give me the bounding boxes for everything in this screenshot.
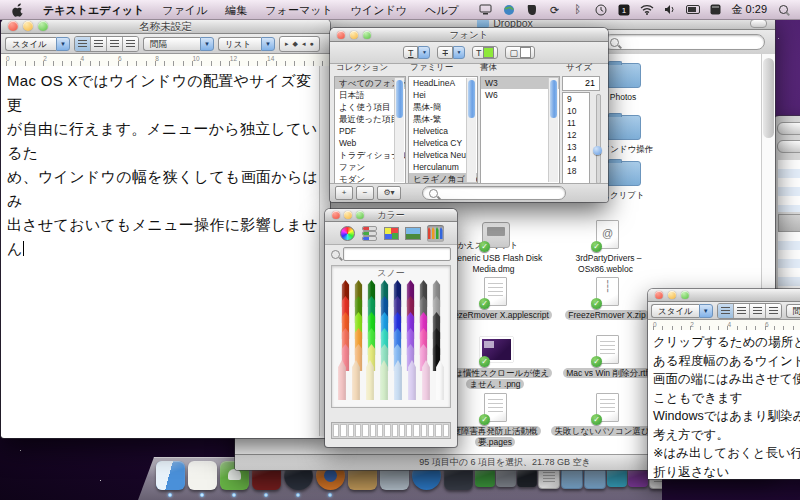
color-wheel-icon[interactable]	[339, 225, 356, 242]
color-panel-titlebar[interactable]: カラー	[325, 209, 457, 222]
size-item[interactable]: 11	[563, 117, 589, 129]
file-item[interactable]: ✓	[478, 220, 512, 250]
style-dropdown[interactable]: スタイル▼	[5, 37, 70, 51]
crayon[interactable]	[378, 360, 391, 400]
zoom-button[interactable]	[363, 31, 371, 39]
calendar-icon[interactable]	[709, 3, 723, 17]
zoom-button[interactable]	[356, 211, 364, 219]
alignment-segmented-control[interactable]	[717, 303, 782, 319]
size-item[interactable]: 14	[563, 153, 589, 165]
folder-item[interactable]	[606, 112, 640, 142]
size-item[interactable]: 10	[563, 105, 589, 117]
battery-icon[interactable]	[686, 3, 700, 17]
file-item[interactable]: ✓	[590, 335, 624, 365]
volume-icon[interactable]	[663, 3, 677, 17]
size-slider-knob[interactable]	[593, 146, 602, 155]
app-menu-textedit[interactable]: テキストエディット	[34, 1, 153, 19]
peek-toolbar-button[interactable]	[777, 122, 800, 135]
list-dropdown[interactable]: リスト▼	[218, 37, 275, 51]
underline-button[interactable]: T▼	[403, 46, 431, 59]
crayon-box[interactable]: スノー	[331, 265, 451, 408]
menu-item-フォーマット[interactable]: フォーマット	[256, 1, 341, 19]
tab-stop-widgets[interactable]: ▸◆◂●	[279, 36, 320, 52]
zoom-button[interactable]	[38, 21, 48, 31]
minimize-button[interactable]	[350, 31, 358, 39]
minimize-button[interactable]	[23, 21, 33, 31]
crayon[interactable]	[406, 360, 419, 400]
menu-clock[interactable]: 金 0:29	[732, 2, 767, 17]
dock-item-textedit[interactable]	[188, 461, 217, 490]
size-slider[interactable]	[596, 94, 601, 184]
color-well[interactable]	[406, 424, 412, 437]
scrollbar-thumb[interactable]	[396, 80, 403, 118]
dock-item-folder-blue-1[interactable]	[561, 467, 583, 489]
spotlight-icon[interactable]	[776, 3, 790, 17]
dock-item-app-gear[interactable]	[496, 467, 516, 487]
menu-item-ウインドウ[interactable]: ウインドウ	[342, 1, 416, 19]
size-field[interactable]: 21	[562, 76, 600, 91]
menu-item-ファイル[interactable]: ファイル	[153, 1, 216, 19]
families-list[interactable]: HeadLineAHei黒体-簡黒体-繁HelveticaHelvetica C…	[408, 76, 478, 184]
crayons-icon[interactable]	[427, 225, 444, 242]
dock-item-finder[interactable]	[156, 461, 185, 490]
bluetooth-icon[interactable]: ᛒ	[571, 3, 585, 17]
dock-item-app-screen[interactable]	[517, 467, 537, 487]
crayon[interactable]	[434, 360, 447, 400]
peek-toolbar-button[interactable]	[777, 140, 800, 153]
file-item[interactable]: ✓	[478, 393, 512, 423]
collections-list[interactable]: すべてのフォント日本語よく使う項目最近使った項目PDFWebトラディショナルファ…	[334, 76, 406, 184]
color-well[interactable]	[421, 424, 427, 437]
color-well[interactable]	[413, 424, 419, 437]
textedit-titlebar[interactable]: 名称未設定	[1, 19, 330, 34]
color-well[interactable]	[428, 424, 434, 437]
dock-item-app-cyan[interactable]	[607, 467, 627, 487]
textedit-text-area[interactable]: Mac OS Xではウインドウの配置やサイズ変更が自由に行えます。メニューから独…	[1, 66, 320, 436]
minimize-button[interactable]	[344, 211, 352, 219]
alignment-segmented-control[interactable]	[74, 36, 139, 52]
color-well[interactable]	[340, 424, 346, 437]
style-dropdown[interactable]: スタイル▼	[651, 304, 713, 318]
sync-icon[interactable]: ⟳	[548, 3, 562, 17]
list-scrollbar[interactable]	[548, 78, 558, 182]
font-panel[interactable]: フォント T▼ T▼ T ▢ コレクション ファミリー 書体 サイズ すべてのフ…	[330, 28, 608, 202]
time-machine-icon[interactable]	[594, 3, 608, 17]
color-swatch-strip[interactable]	[331, 422, 451, 439]
menu-item-編集[interactable]: 編集	[216, 1, 256, 19]
crayon[interactable]	[420, 360, 433, 400]
font-search-input[interactable]	[422, 186, 566, 200]
scrollbar-thumb[interactable]	[763, 58, 774, 138]
list-scrollbar[interactable]	[466, 78, 476, 182]
display-icon[interactable]	[479, 3, 493, 17]
file-item[interactable]: ✓	[590, 393, 624, 423]
list-scrollbar[interactable]	[394, 78, 404, 182]
scrollbar-thumb[interactable]	[468, 80, 475, 118]
globe-icon[interactable]	[502, 3, 516, 17]
spacing-dropdown[interactable]: 間隔▼	[143, 37, 214, 51]
sizes-list[interactable]: 9101112131418	[562, 92, 590, 184]
color-well[interactable]	[370, 424, 376, 437]
folder-item[interactable]	[606, 158, 640, 188]
close-button[interactable]	[332, 211, 340, 219]
tab-widget[interactable]: ●	[309, 40, 313, 47]
typefaces-list[interactable]: W3W6	[480, 76, 560, 184]
color-well[interactable]	[348, 424, 354, 437]
font-panel-titlebar[interactable]: フォント	[330, 28, 608, 42]
color-well[interactable]	[355, 424, 361, 437]
evernote-icon[interactable]	[525, 3, 539, 17]
size-item[interactable]: 12	[563, 129, 589, 141]
toolbar-toggle-button[interactable]	[750, 19, 767, 28]
crayon[interactable]	[350, 360, 363, 400]
textedit-window[interactable]: 名称未設定 スタイル▼ 間隔▼ リスト▼ ▸◆◂● 02468101214 Ma…	[1, 19, 330, 438]
color-well[interactable]	[443, 424, 449, 437]
clip-titlebar[interactable]	[648, 289, 800, 302]
dock-item-app-purple[interactable]	[628, 467, 648, 487]
color-well[interactable]	[377, 424, 383, 437]
gear-menu-button[interactable]: ⚙▾	[377, 186, 401, 200]
apple-menu[interactable]	[12, 3, 24, 17]
color-search-input[interactable]	[343, 247, 451, 261]
color-well[interactable]	[384, 424, 390, 437]
textedit-clip-window[interactable]: スタイル▼ 間隔▼ 02468 クリップするための場所としてある程度幅のあるウイ…	[648, 289, 800, 479]
color-sliders-icon[interactable]	[361, 225, 378, 242]
search-input[interactable]	[603, 34, 765, 50]
remove-collection-button[interactable]: −	[356, 186, 374, 200]
